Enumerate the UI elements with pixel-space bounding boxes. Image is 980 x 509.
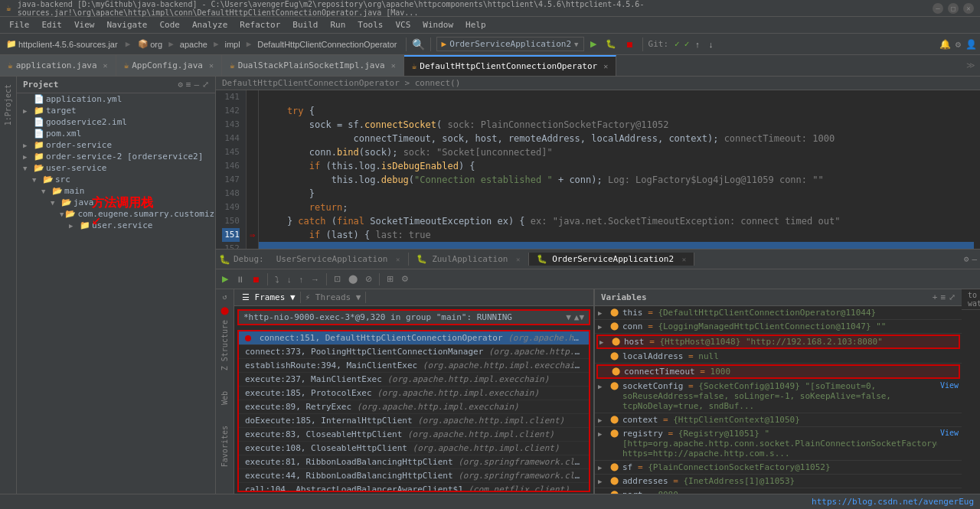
tree-item-user-service-pkg[interactable]: ▶ 📁 user.service — [17, 220, 215, 231]
frame-item-8[interactable]: execute:108, CloseableHttpClient (org.ap… — [239, 442, 589, 455]
vcs-update-btn[interactable]: ↑ — [692, 38, 703, 51]
settings-icon[interactable]: ⚙ — [964, 254, 969, 264]
var-port[interactable]: ⬤ port = 8080 — [595, 488, 962, 494]
menu-build[interactable]: Build — [286, 18, 324, 31]
search-icon[interactable]: 🔍 — [412, 38, 425, 51]
frame-item-10[interactable]: execute:44, RibbonLoadBalancingHttpClien… — [239, 469, 589, 483]
tree-item-package[interactable]: ▼ 📂 com.eugene.sumarry.customize.wfw — [17, 208, 215, 220]
var-addresses[interactable]: ▶ ⬤ addresses = {InetAddress[1]@11053} — [595, 475, 962, 488]
tab-close-defaulthttp[interactable]: ✕ — [603, 62, 608, 70]
debug-side-icon-1[interactable]: ↺ — [220, 291, 228, 302]
run-btn[interactable]: ▶ — [587, 38, 599, 51]
frame-item-7[interactable]: execute:83, CloseableHttpClient (org.apa… — [239, 428, 589, 442]
var-add-icon[interactable]: + — [933, 292, 938, 302]
tree-item-java[interactable]: ▼ 📂 java — [17, 197, 215, 208]
debug-settings-btn[interactable]: ⚙ — [398, 272, 412, 285]
tab-close-application[interactable]: ✕ — [103, 61, 108, 70]
debug-tab-close-userservice[interactable]: ✕ — [396, 256, 400, 263]
var-expand-icon[interactable]: ⤢ — [949, 292, 956, 302]
stop-btn[interactable]: ⏹ — [622, 38, 637, 51]
debug-btn[interactable]: 🐛 — [603, 38, 619, 51]
debug-tab-icons[interactable]: ⚙ — — [964, 254, 977, 264]
toolbar-project-btn[interactable]: 📁 httpclient-4.5.6-sources.jar — [3, 38, 121, 51]
debug-side-icon-error[interactable]: ⬤ — [219, 305, 230, 316]
debug-eval-btn[interactable]: ⊡ — [331, 272, 344, 285]
threads-tab[interactable]: ⚡ Threads ▼ — [301, 292, 367, 303]
frame-item-9[interactable]: execute:81, RibbonLoadBalancingHttpClien… — [239, 455, 589, 469]
var-connecttimeout[interactable]: ⬤ connectTimeout = 1000 — [596, 364, 960, 379]
variables-header-icons[interactable]: + ≡ ⤢ — [933, 292, 956, 302]
frame-item-3[interactable]: execute:237, MainClientExec (org.apache.… — [239, 373, 589, 387]
panel-close-icon[interactable]: — — [194, 80, 199, 90]
code-content[interactable]: try { sock = sf.connectSocket( sock: Pla… — [259, 90, 980, 249]
debug-pause-btn[interactable]: ⏸ — [233, 273, 247, 285]
z-structure-label[interactable]: Z Structure — [219, 318, 230, 372]
menu-edit[interactable]: Edit — [36, 18, 69, 31]
frame-item-4[interactable]: execute:185, ProtocolExec (org.apache.ht… — [239, 387, 589, 400]
menu-tools[interactable]: Tools — [351, 18, 389, 31]
var-view-link-registry[interactable]: View — [940, 429, 959, 437]
run-config-dropdown[interactable]: ▶ OrderServiceApplication2 ▼ — [436, 37, 584, 51]
debug-restore-btn[interactable]: ⊞ — [384, 272, 397, 285]
var-localaddress[interactable]: ⬤ localAddress = null — [595, 350, 962, 364]
debug-runtocursor-btn[interactable]: → — [308, 273, 322, 285]
tree-item-target[interactable]: ▶ 📁 target — [17, 105, 215, 116]
thread-nav-up[interactable]: ▲ — [574, 312, 580, 322]
toolbar-icon-1[interactable]: 🔔 — [939, 39, 951, 50]
var-registry[interactable]: ▶ ⬤ registry = {Registry@11051} "[http=o… — [595, 427, 962, 461]
debug-breakpoints-btn[interactable]: ⬤ — [345, 272, 361, 285]
project-panel-header-icons[interactable]: ⚙ ≡ — ⤢ — [178, 80, 209, 90]
var-conn[interactable]: ▶ ⬤ conn = {LoggingManagedHttpClientConn… — [595, 320, 962, 334]
var-settings-icon[interactable]: ≡ — [940, 292, 946, 302]
toolbar-impl-btn[interactable]: impl — [222, 38, 243, 51]
vcs-push-btn[interactable]: ↓ — [706, 38, 717, 51]
minimize-btn[interactable]: — — [933, 3, 943, 14]
toolbar-icon-2[interactable]: ⚙ — [956, 39, 961, 50]
var-host[interactable]: ▶ ⬤ host = {HttpHost@11048} "http://192.… — [596, 334, 960, 349]
menu-window[interactable]: Window — [416, 18, 459, 31]
favorites-label[interactable]: Favorites — [219, 424, 230, 468]
tree-item-main[interactable]: ▼ 📂 main — [17, 185, 215, 197]
frame-item-11[interactable]: call:104, AbstractLoadBalancerAwareClien… — [239, 483, 589, 491]
frame-item-0[interactable]: connect:151, DefaultHttpClientConnection… — [239, 331, 589, 345]
toolbar-icon-3[interactable]: 👤 — [965, 39, 977, 50]
title-bar-controls[interactable]: — □ ✕ — [933, 3, 974, 14]
toolbar-class-btn[interactable]: DefaultHttpClientConnectionOperator — [254, 38, 400, 51]
frame-item-1[interactable]: connect:373, PoolingHttpClientConnection… — [239, 345, 589, 359]
debug-stepover-btn[interactable]: ⤵ — [272, 273, 283, 285]
minimize-debug-icon[interactable]: — — [972, 254, 977, 264]
var-context[interactable]: ▶ ⬤ context = {HttpClientContext@11050} — [595, 413, 962, 427]
menu-help[interactable]: Help — [459, 18, 492, 31]
debug-mute-btn[interactable]: ⊘ — [362, 272, 375, 285]
tree-item-goodservice[interactable]: 📄 goodservice2.iml — [17, 116, 215, 128]
panel-expand-icon[interactable]: ⤢ — [202, 80, 209, 90]
frames-tab[interactable]: ☰ Frames ▼ — [237, 292, 301, 303]
frame-item-2[interactable]: establishRoute:394, MainClientExec (org.… — [239, 359, 589, 373]
var-view-link-socketconfig[interactable]: View — [940, 381, 959, 390]
debug-tab-close-zuul[interactable]: ✕ — [516, 256, 520, 263]
panel-gear-icon[interactable]: ⚙ — [178, 80, 183, 90]
var-socketconfig[interactable]: ▶ ⬤ socketConfig = {SocketConfig@11049} … — [595, 380, 962, 413]
tab-appconfig-java[interactable]: ☕ AppConfig.java ✕ — [116, 55, 222, 76]
tree-item-application-yml[interactable]: 📄 application.yml — [17, 93, 215, 105]
thread-selector[interactable]: *http-nio-9000-exec-3*@9,320 in group "m… — [237, 309, 590, 325]
debug-stop-btn[interactable]: ⏹ — [249, 273, 263, 285]
tab-close-dualstack[interactable]: ✕ — [391, 61, 396, 70]
tree-item-user-service[interactable]: ▼ 📂 user-service — [17, 162, 215, 174]
toolbar-apache-btn[interactable]: apache — [177, 38, 211, 51]
debug-resume-btn[interactable]: ▶ — [219, 272, 231, 285]
var-this[interactable]: ▶ ⬤ this = {DefaultHttpClientConnectionO… — [595, 306, 962, 320]
tab-close-appconfig[interactable]: ✕ — [209, 61, 214, 70]
project-side-icon[interactable]: 1:Project — [1, 80, 15, 130]
tab-dualstack-java[interactable]: ☕ DualStackPlainSocketImpl.java ✕ — [222, 55, 404, 76]
debug-tab-userservice[interactable]: UserServiceApplication ✕ — [269, 253, 409, 266]
panel-settings-icon[interactable]: ≡ — [186, 80, 191, 90]
tab-application-java[interactable]: ☕ application.java ✕ — [0, 55, 116, 76]
toolbar-org-btn[interactable]: 📦 org — [135, 38, 165, 51]
menu-analyze[interactable]: Analyze — [186, 18, 234, 31]
tree-item-src[interactable]: ▼ 📂 src — [17, 174, 215, 185]
menu-navigate[interactable]: Navigate — [101, 18, 154, 31]
menu-view[interactable]: View — [68, 18, 101, 31]
var-sf[interactable]: ▶ ⬤ sf = {PlainConnectionSocketFactory@1… — [595, 461, 962, 475]
web-label[interactable]: Web — [219, 390, 230, 406]
